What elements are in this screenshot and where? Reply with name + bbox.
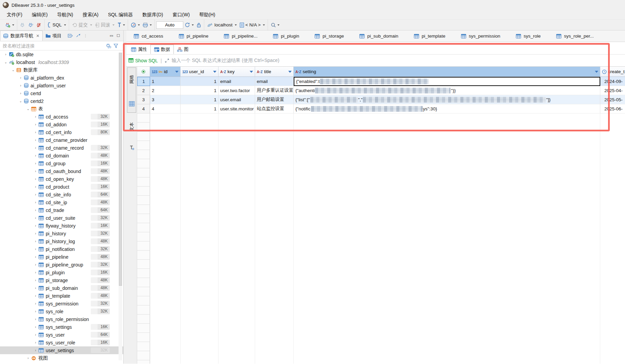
column-header-key[interactable]: A·Zkey	[218, 67, 255, 77]
link-editor-icon[interactable]	[76, 34, 81, 38]
tree-item-cd_addon[interactable]: ›cd_addon16K	[0, 121, 123, 128]
maximize-icon[interactable]: ☐	[117, 34, 120, 38]
tree-item-cd_cname_provider[interactable]: ›cd_cname_provider	[0, 136, 123, 144]
cell-title[interactable]: 用户多重认证设置	[255, 86, 294, 95]
expand-arrow-icon[interactable]: ›	[33, 185, 38, 189]
menu-item[interactable]: SQL 编辑器	[103, 10, 138, 19]
collapse-arrow-icon[interactable]: ⌄	[18, 99, 23, 103]
tree-item-sys_role_permission[interactable]: ›sys_role_permission	[0, 315, 123, 323]
expand-arrow-icon[interactable]: ›	[33, 348, 38, 352]
new-connection-button[interactable]	[4, 22, 15, 28]
text-presentation-icon[interactable]	[129, 145, 134, 150]
cell-title[interactable]: email	[255, 77, 294, 86]
column-filter-icon[interactable]	[595, 71, 598, 73]
tab-data[interactable]: 数据	[150, 45, 174, 54]
expand-arrow-icon[interactable]: ›	[33, 325, 38, 329]
tree-item-ai_platform_dex[interactable]: ›ai_platform_dex	[0, 74, 123, 82]
expand-arrow-icon[interactable]: ›	[33, 286, 38, 290]
expand-arrow-icon[interactable]: ›	[33, 193, 38, 196]
tab-diagram[interactable]: 图	[174, 45, 192, 54]
tree-item-db-sqlite[interactable]: ›db.sqlite	[0, 50, 123, 58]
expand-arrow-icon[interactable]: ›	[33, 216, 38, 220]
editor-tab-sys_role[interactable]: sys_role	[513, 30, 544, 42]
minimize-icon[interactable]: ▭	[110, 34, 113, 38]
row-number-cell[interactable]: 1	[137, 77, 150, 86]
expand-arrow-icon[interactable]: ›	[33, 115, 38, 119]
expand-filter-icon[interactable]	[165, 58, 169, 63]
sql-editor-button[interactable]: SQL	[46, 21, 67, 28]
expand-arrow-icon[interactable]: ›	[33, 302, 38, 305]
cell-key[interactable]: email	[218, 77, 255, 86]
grid-corner-cell[interactable]	[137, 67, 150, 77]
navigator-filter-input[interactable]	[0, 41, 106, 50]
expand-arrow-icon[interactable]: ›	[33, 247, 38, 251]
tree-item-pi_history_log[interactable]: ›pi_history_log48K	[0, 237, 123, 245]
active-connection-selector[interactable]: localhost	[206, 22, 238, 28]
collapse-arrow-icon[interactable]: ⌄	[11, 68, 16, 72]
expand-arrow-icon[interactable]: ›	[33, 123, 38, 126]
reconnect-button[interactable]	[27, 22, 35, 28]
cell-create-time[interactable]: 2025-05-	[600, 95, 625, 104]
tree-item-sys_role[interactable]: ›sys_role32K	[0, 307, 123, 315]
disconnect-button[interactable]	[19, 22, 26, 28]
editor-tab-pi_storage[interactable]: pi_storage	[311, 30, 347, 42]
scrollbar-thumb[interactable]	[119, 53, 122, 286]
cell-user-id[interactable]: 1	[181, 77, 218, 86]
column-header-id[interactable]: 123id	[150, 67, 181, 77]
tree-item-pi_pipeline[interactable]: ›pi_pipeline48K	[0, 253, 123, 261]
tree-item-pi_pipeline_group[interactable]: ›pi_pipeline_group32K	[0, 261, 123, 269]
tree-item[interactable]: ›	[0, 362, 123, 364]
expand-arrow-icon[interactable]: ›	[18, 91, 23, 95]
expand-arrow-icon[interactable]: ›	[33, 255, 38, 259]
expand-arrow-icon[interactable]: ›	[33, 146, 38, 150]
close-icon[interactable]: ✕	[36, 34, 40, 38]
expand-arrow-icon[interactable]: ›	[33, 154, 38, 157]
cell-setting[interactable]: {"enabled":t	[294, 77, 600, 86]
expand-arrow-icon[interactable]: ›	[33, 317, 38, 321]
tree-item-certd[interactable]: ›certd	[0, 89, 123, 97]
tree-item-pi_history[interactable]: ›pi_history32K	[0, 230, 123, 237]
tree-item-sys_settings[interactable]: ›sys_settings16K	[0, 323, 123, 331]
rollback-button[interactable]: 回滚	[94, 21, 116, 29]
cell-title[interactable]: 站点监控设置	[255, 104, 294, 113]
collapse-arrow-icon[interactable]: ⌄	[26, 107, 30, 111]
sql-filter-placeholder[interactable]: 输入一个 SQL 表达式来过滤结果 (使用 Ctrl+Space)	[172, 58, 279, 64]
tab-projects[interactable]: 项目	[43, 30, 64, 41]
tree-item-cd_group[interactable]: ›cd_group16K	[0, 159, 123, 167]
expand-arrow-icon[interactable]: ›	[33, 169, 38, 173]
tree-item---[interactable]: ›视图	[0, 354, 123, 362]
cell-user-id[interactable]: 1	[181, 95, 218, 104]
editor-tab-pi_pipeline[interactable]: pi_pipeline	[175, 30, 212, 42]
expand-arrow-icon[interactable]: ›	[33, 271, 38, 274]
editor-tab-pi_template[interactable]: pi_template	[411, 30, 449, 42]
editor-tab-pi_sub_domain[interactable]: pi_sub_domain	[356, 30, 402, 42]
grid-presentation-label[interactable]: 网格	[129, 75, 135, 84]
tree-item-cd_cname_record[interactable]: ›cd_cname_record32K	[0, 144, 123, 152]
tree-item-certd2[interactable]: ⌄certd2	[0, 97, 123, 105]
expand-arrow-icon[interactable]: ›	[33, 278, 38, 282]
row-number-cell[interactable]: 2	[137, 86, 150, 95]
editor-tab-sys_permission[interactable]: sys_permission	[458, 30, 504, 42]
active-database-selector[interactable]: < N/A >	[238, 22, 266, 28]
column-header-setting[interactable]: A·Zsetting	[294, 67, 600, 77]
expand-arrow-icon[interactable]: ›	[26, 356, 30, 360]
menu-item[interactable]: 编辑(E)	[27, 10, 53, 19]
filter-funnel-icon[interactable]	[113, 43, 119, 48]
tree-item-pi_plugin[interactable]: ›pi_plugin16K	[0, 269, 123, 276]
cell-id[interactable]: 1	[150, 77, 181, 86]
collapse-arrow-icon[interactable]: ⌄	[3, 60, 8, 64]
tree-item-pi_sub_domain[interactable]: ›pi_sub_domain48K	[0, 284, 123, 292]
expand-arrow-icon[interactable]: ›	[18, 76, 23, 80]
column-filter-icon[interactable]	[288, 71, 292, 73]
expand-arrow-icon[interactable]: ›	[33, 263, 38, 266]
cell-key[interactable]: user.email	[218, 95, 255, 104]
expand-arrow-icon[interactable]: ›	[18, 84, 23, 87]
cell-id[interactable]: 3	[150, 95, 181, 104]
grid-presentation-icon[interactable]	[129, 101, 134, 106]
column-header-create_t[interactable]: create_t	[600, 67, 625, 77]
menu-item[interactable]: 导航(N)	[53, 10, 78, 19]
tab-database-navigator[interactable]: 数据库导航 ✕	[0, 30, 43, 41]
column-header-title[interactable]: A·Ztitle	[255, 67, 294, 77]
expand-arrow-icon[interactable]: ›	[33, 232, 38, 235]
cell-create-time[interactable]: 2025-04-	[600, 86, 625, 95]
